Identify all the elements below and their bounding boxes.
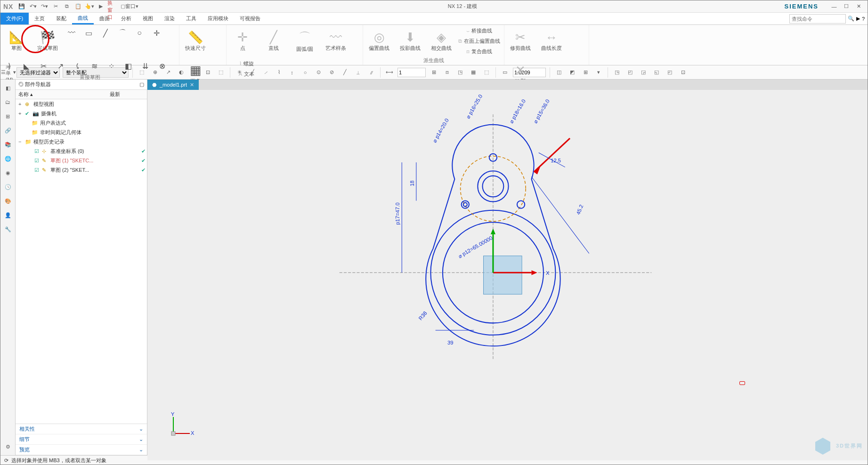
- roles-icon[interactable]: 👤: [2, 209, 14, 221]
- col-latest[interactable]: 最新: [110, 91, 147, 98]
- menu-tools[interactable]: 工具: [180, 13, 202, 24]
- menu-render[interactable]: 渲染: [159, 13, 180, 24]
- switch-window-button[interactable]: 切换窗口: [107, 2, 117, 11]
- pattern-icon[interactable]: ⁘: [104, 59, 118, 73]
- document-tab[interactable]: ⬣ _model1.prt ✕: [147, 80, 199, 90]
- copy-icon[interactable]: ⧉: [62, 2, 72, 11]
- corner-icon[interactable]: ⤹: [70, 59, 84, 73]
- tree-row[interactable]: −📁模型历史记录: [16, 137, 147, 146]
- close-icon[interactable]: ✕: [852, 2, 865, 11]
- history-icon[interactable]: 🕓: [2, 181, 14, 192]
- menu-view[interactable]: 视图: [137, 13, 159, 24]
- tool-icon[interactable]: ◱: [651, 67, 662, 78]
- menu-curve[interactable]: 曲线: [72, 13, 94, 24]
- chamfer-icon[interactable]: ◣: [19, 59, 33, 73]
- footer-detail[interactable]: 细节⌄: [16, 434, 147, 445]
- tool-icon[interactable]: ▦: [468, 67, 479, 78]
- tree-row[interactable]: ☑✎草图 (2) "SKET...✔: [16, 165, 147, 175]
- point-icon[interactable]: ✛: [149, 26, 163, 40]
- quick-dim-button[interactable]: 📏快速尺寸: [181, 26, 210, 56]
- offset-icon[interactable]: ≋: [87, 59, 101, 73]
- menu-file[interactable]: 文件(F): [0, 13, 29, 24]
- tool-icon[interactable]: ◲: [638, 67, 649, 78]
- menu-home[interactable]: 主页: [29, 13, 50, 24]
- line-icon[interactable]: ╱: [98, 26, 113, 40]
- undo-icon[interactable]: ↶▾: [28, 2, 38, 11]
- redo-icon[interactable]: ↷▾: [40, 2, 49, 11]
- constraint-icon[interactable]: 🔗: [2, 125, 14, 136]
- trim-curve-button: ✂修剪曲线: [506, 26, 535, 56]
- trim-icon[interactable]: ✂: [36, 59, 50, 73]
- menu-application[interactable]: 应用模块: [202, 13, 234, 24]
- web-icon[interactable]: 🌐: [2, 153, 14, 164]
- dim-text: 12.5: [551, 158, 561, 163]
- mirror-icon[interactable]: ◧: [121, 59, 135, 73]
- assembly-nav-icon[interactable]: ⊞: [2, 111, 14, 122]
- reuse-icon[interactable]: 📚: [2, 139, 14, 150]
- profile-icon[interactable]: 〰: [65, 26, 79, 40]
- ribbon-group-label: 派生曲线: [365, 56, 502, 65]
- minimize-icon[interactable]: —: [828, 2, 840, 11]
- tool-icon[interactable]: ⊡: [678, 67, 688, 78]
- cursor-indicator: [739, 381, 745, 385]
- footer-relation[interactable]: 相关性⌄: [16, 424, 147, 434]
- cut-icon[interactable]: ✂: [51, 2, 60, 11]
- rect-icon[interactable]: ▭: [81, 26, 96, 40]
- viewport[interactable]: ⌀ p16=25.0 ⌀ p18=16.0 ⌀ p15=36.0 ⌀ p14=2…: [147, 90, 868, 460]
- window-menu[interactable]: ▢ 窗口 ▾: [119, 2, 140, 11]
- value-input[interactable]: [397, 68, 426, 77]
- intersect-icon[interactable]: ⊗: [155, 59, 169, 73]
- tree-row[interactable]: 📁非时间戳记几何体: [16, 128, 147, 137]
- dim-text: 18: [409, 180, 415, 186]
- navigator-icon[interactable]: ◧: [2, 82, 14, 94]
- project-icon[interactable]: ⇊: [138, 59, 152, 73]
- tree-row-active[interactable]: ☑✎草图 (1) "SKETC...✔: [16, 156, 147, 165]
- maximize-icon[interactable]: ☐: [840, 2, 852, 11]
- save-icon[interactable]: 💾: [17, 2, 26, 11]
- tool-icon[interactable]: ⧈: [442, 67, 452, 78]
- tool-icon[interactable]: ◰: [665, 67, 675, 78]
- tool-icon[interactable]: ⊞: [429, 67, 439, 78]
- guide-icon[interactable]: ◉: [2, 167, 14, 178]
- part-nav-icon[interactable]: 🗂: [2, 96, 14, 108]
- tool-icon[interactable]: ▾: [593, 67, 604, 78]
- tab-close-icon[interactable]: ✕: [190, 82, 194, 88]
- menu-analysis[interactable]: 分析: [115, 13, 137, 24]
- touch-icon[interactable]: 👆▾: [85, 2, 94, 11]
- tool-icon[interactable]: ⟷: [384, 67, 395, 78]
- pin-icon[interactable]: ▢: [139, 81, 144, 88]
- tree-row[interactable]: +⊕模型视图: [16, 99, 147, 109]
- paste-icon[interactable]: 📋: [73, 2, 83, 11]
- resume-icon[interactable]: ▶: [96, 2, 105, 11]
- tool-icon[interactable]: ◳: [455, 67, 465, 78]
- tree-row[interactable]: 📁用户表达式: [16, 118, 147, 128]
- fillet-icon[interactable]: ⟩: [2, 59, 16, 73]
- footer-preview[interactable]: 预览⌄: [16, 445, 147, 455]
- circle-icon[interactable]: ○: [132, 26, 146, 40]
- arc-icon[interactable]: ⌒: [115, 26, 130, 40]
- menu-surface[interactable]: 曲面: [94, 13, 115, 24]
- tree-row[interactable]: +✔📷摄像机: [16, 109, 147, 118]
- tool-icon[interactable]: 🔧: [2, 224, 14, 235]
- search-icon[interactable]: 🔍: [848, 16, 854, 22]
- tool-icon[interactable]: ⫽: [366, 67, 376, 78]
- play-icon[interactable]: ▶: [856, 16, 860, 22]
- ribbon-group-edit: ✂修剪曲线 ↔曲线长度 ✕X 型 编辑曲线: [504, 25, 589, 65]
- title-bar: NX 💾 ↶▾ ↷▾ ✂ ⧉ 📋 👆▾ ▶ 切换窗口 ▢ 窗口 ▾ NX 12 …: [0, 0, 868, 13]
- tool-icon[interactable]: ⬚: [481, 67, 492, 78]
- text-button: A文本: [228, 69, 265, 79]
- menu-assembly[interactable]: 装配: [50, 13, 72, 24]
- search-input[interactable]: [789, 14, 846, 24]
- svg-text:X: X: [191, 430, 195, 436]
- offset-face-button: ⧉在面上偏置曲线: [458, 36, 500, 46]
- tool-icon[interactable]: ◰: [625, 67, 635, 78]
- settings-icon[interactable]: ⚙: [2, 441, 14, 452]
- tree-row[interactable]: ☑⊹基准坐标系 (0)✔: [16, 146, 147, 156]
- tool-icon[interactable]: ◳: [612, 67, 622, 78]
- col-name[interactable]: 名称 ▴: [16, 91, 110, 98]
- finish-sketch-button[interactable]: 🏁完成草图: [33, 26, 62, 56]
- color-icon[interactable]: 🎨: [2, 195, 14, 207]
- extend-icon[interactable]: ↗: [53, 59, 67, 73]
- menu-visual-report[interactable]: 可视报告: [234, 13, 266, 24]
- help-icon[interactable]: ?: [862, 16, 865, 22]
